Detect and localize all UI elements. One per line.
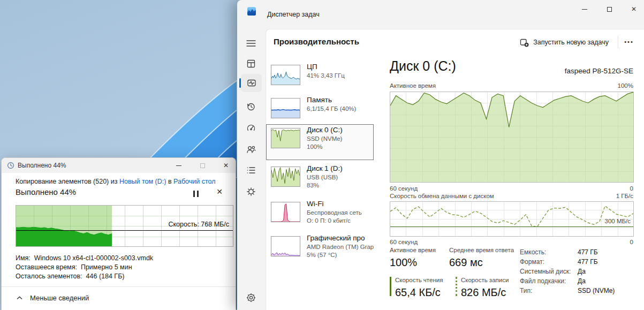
transfer-reference-line — [390, 226, 633, 227]
cpu-thumbnail-chart — [271, 65, 300, 85]
more-options-button[interactable]: ••• — [620, 35, 638, 49]
disk-type-value: SSD (NVMe) — [578, 287, 615, 294]
new-task-icon — [520, 38, 529, 47]
capacity-value: 477 ГБ — [578, 248, 598, 256]
dialog-separator — [2, 286, 236, 287]
system-disk-value: Да — [578, 268, 586, 275]
read-speed-label: Скорость чтения — [395, 277, 443, 283]
run-new-task-label: Запустить новую задачу — [533, 39, 609, 46]
capacity-label: Емкость: — [520, 248, 546, 256]
transfer-chart-label: Скорость обмена данными с диском — [390, 193, 494, 199]
progress-heading: Выполнено 44% — [16, 187, 76, 196]
write-speed-value: 826 МБ/с — [461, 286, 506, 299]
items-remaining-label: Осталось элементов: — [16, 273, 82, 280]
performance-icon[interactable] — [241, 74, 262, 92]
dialog-maximize-button — [194, 158, 210, 173]
run-new-task-button[interactable]: Запустить новую задачу — [517, 35, 612, 49]
response-time-stat-label: Среднее время ответа — [449, 247, 514, 253]
time-remaining-label: Оставшееся время: — [16, 263, 77, 271]
desktop-screen: Выполнено 44% ✕ Копирование элементов (5… — [0, 0, 644, 310]
file-copy-dialog: Выполнено 44% ✕ Копирование элементов (5… — [1, 157, 236, 310]
tm-window-title: Диспетчер задач — [267, 11, 320, 18]
speed-label: Скорость: 768 МБ/с — [168, 221, 229, 228]
format-value: 477 ГБ — [578, 258, 598, 266]
startup-apps-icon[interactable] — [243, 120, 260, 136]
time-remaining-row: Оставшееся время: Примерно 5 мин — [16, 263, 132, 271]
average-speed-line — [16, 230, 233, 231]
source-folder-link[interactable]: Новый том (D:) — [119, 178, 166, 185]
header-divider — [618, 36, 618, 49]
settings-icon[interactable] — [243, 290, 260, 306]
read-speed-marker — [390, 277, 391, 296]
response-time-stat-value: 669 мс — [449, 256, 483, 269]
system-disk-label: Системный диск: — [520, 268, 571, 275]
disk-type-label: Тип: — [520, 287, 532, 294]
active-time-chart — [390, 92, 634, 183]
page-file-value: Да — [578, 277, 586, 285]
fewer-details-toggle[interactable]: Меньше сведений — [17, 294, 89, 302]
speed-series — [16, 206, 112, 246]
task-manager-app-icon — [247, 7, 256, 16]
chevron-up-icon — [17, 296, 22, 300]
file-name-label: Имя: — [16, 254, 31, 262]
active-time-chart-label: Активное время — [390, 82, 436, 89]
transfer-rate-chart: 300 МБ/с — [390, 201, 634, 237]
page-file-label: Файл подкачки: — [520, 277, 566, 285]
app-history-icon[interactable] — [243, 99, 260, 115]
copy-description-middle: в — [166, 178, 173, 185]
transfer-chart-x-right: 0 — [630, 239, 633, 245]
items-remaining-value: 446 (184 ГБ) — [86, 273, 125, 280]
gpu-thumbnail-chart — [271, 236, 300, 256]
disk-title: Диск 0 (C:) — [390, 58, 456, 74]
file-name-row: Имя: Windows 10 x64-cl1-000002-s003.vmdk — [16, 254, 153, 262]
dialog-close-button[interactable]: ✕ — [218, 158, 234, 173]
destination-folder-link[interactable]: Рабочий стол — [173, 178, 215, 185]
tm-close-button[interactable]: ✕ — [624, 2, 644, 16]
fewer-details-label: Меньше сведений — [30, 294, 89, 302]
write-speed-marker — [456, 277, 457, 296]
file-name-value: Windows 10 x64-cl1-000002-s003.vmdk — [34, 254, 153, 262]
pause-button[interactable] — [190, 189, 202, 199]
active-chart-x-left: 60 секунд — [390, 185, 418, 192]
transfer-chart-x-left: 60 секунд — [390, 239, 418, 245]
copy-speed-chart: Скорость: 768 МБ/с — [16, 205, 233, 247]
memory-thumbnail-chart — [271, 98, 300, 118]
transfer-chart-max: 1 ГБ/с — [616, 193, 633, 199]
copy-clock-icon — [7, 162, 14, 169]
page-title: Производительность — [274, 37, 359, 46]
tm-minimize-button[interactable] — [574, 2, 595, 16]
copy-description-prefix: Копирование элементов (520) из — [16, 178, 119, 185]
dialog-title: Выполнено 44% — [18, 162, 66, 169]
dialog-titlebar[interactable]: Выполнено 44% ✕ — [2, 158, 236, 173]
tm-content-card: Производительность Запустить новую задач… — [266, 29, 644, 310]
time-remaining-value: Примерно 5 мин — [81, 263, 132, 271]
copy-description: Копирование элементов (520) из Новый том… — [16, 178, 216, 185]
tm-maximize-button[interactable] — [599, 2, 619, 16]
processes-icon[interactable] — [243, 56, 260, 72]
details-icon[interactable] — [243, 162, 260, 178]
services-icon[interactable] — [243, 184, 260, 200]
active-time-stat-value: 100% — [390, 256, 417, 269]
users-icon[interactable] — [243, 141, 260, 157]
disk1-thumbnail-chart — [271, 167, 300, 187]
transfer-reference-label: 300 МБ/с — [605, 218, 631, 224]
active-time-stat-label: Активное время — [390, 247, 436, 253]
tm-sidebar — [237, 29, 266, 310]
format-label: Формат: — [520, 258, 544, 266]
write-speed-label: Скорость записи — [461, 277, 509, 283]
task-manager-window: Диспетчер задач ✕ — [237, 0, 644, 310]
read-speed-value: 65,4 КБ/с — [395, 286, 441, 299]
cancel-copy-button[interactable]: ✕ — [214, 187, 225, 197]
active-chart-x-right: 0 — [630, 185, 633, 192]
active-time-chart-max: 100% — [618, 82, 633, 89]
disk-device-name: faspeed P8-512G-SE — [565, 67, 633, 75]
disk0-thumbnail-chart — [271, 128, 300, 148]
items-remaining-row: Осталось элементов: 446 (184 ГБ) — [16, 273, 125, 280]
dialog-minimize-button[interactable] — [171, 158, 187, 173]
wifi-thumbnail-chart — [271, 202, 300, 222]
menu-icon[interactable] — [243, 35, 260, 51]
